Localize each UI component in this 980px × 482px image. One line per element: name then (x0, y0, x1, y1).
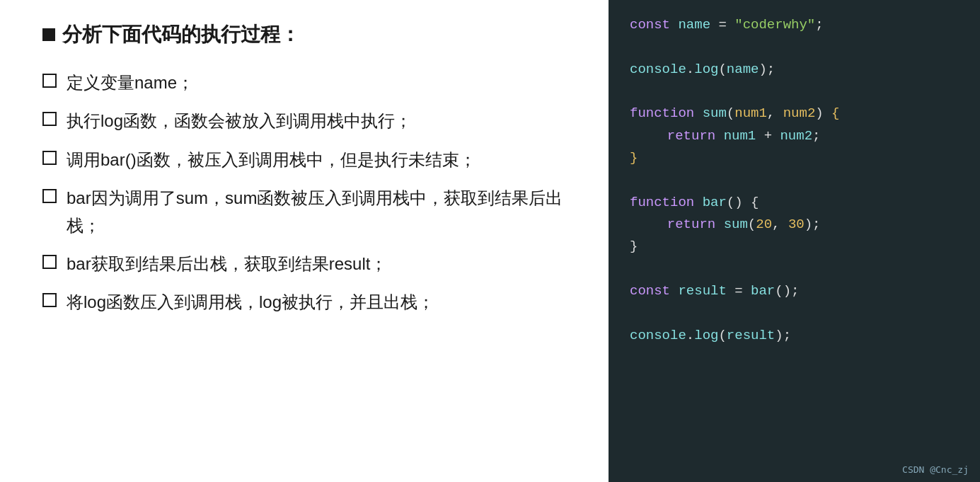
list-item: 定义变量name； (42, 69, 573, 96)
list-item: bar因为调用了sum，sum函数被压入到调用栈中，获取到结果后出栈； (42, 185, 573, 239)
checkbox-icon (42, 255, 57, 269)
code-line-blank1 (630, 36, 959, 58)
item-text: bar因为调用了sum，sum函数被压入到调用栈中，获取到结果后出栈； (67, 185, 573, 239)
checkbox-icon (42, 189, 57, 203)
code-line-3: function sum(num1, num2) { (630, 103, 959, 125)
code-line-blank5 (630, 302, 959, 324)
item-text: 将log函数压入到调用栈，log被执行，并且出栈； (67, 289, 573, 316)
code-line-1: const name = "coderwhy"; (630, 14, 959, 36)
code-line-blank4 (630, 258, 959, 280)
list-item: 将log函数压入到调用栈，log被执行，并且出栈； (42, 289, 573, 316)
watermark: CSDN @Cnc_zj (902, 464, 969, 475)
code-line-5: } (630, 147, 959, 169)
list-item: 调用bar()函数，被压入到调用栈中，但是执行未结束； (42, 147, 573, 173)
right-panel: const name = "coderwhy"; console.log(nam… (609, 0, 980, 482)
item-text: bar获取到结果后出栈，获取到结果result； (67, 251, 573, 277)
checkbox-icon (42, 112, 57, 126)
code-line-7: return sum(20, 30); (630, 214, 959, 236)
code-line-2: console.log(name); (630, 59, 959, 81)
item-text: 定义变量name； (67, 69, 573, 96)
code-line-blank3 (630, 169, 959, 191)
checkbox-icon (42, 74, 57, 88)
code-line-4: return num1 + num2; (630, 125, 959, 147)
item-text: 执行log函数，函数会被放入到调用栈中执行； (67, 108, 573, 134)
code-block: const name = "coderwhy"; console.log(nam… (630, 14, 959, 347)
list-item: bar获取到结果后出栈，获取到结果result； (42, 251, 573, 277)
item-text: 调用bar()函数，被压入到调用栈中，但是执行未结束； (67, 147, 573, 173)
code-line-8: } (630, 236, 959, 258)
title-bullet-icon (42, 28, 55, 41)
main-title: 分析下面代码的执行过程： (42, 21, 573, 48)
code-line-10: console.log(result); (630, 325, 959, 347)
checkbox-icon (42, 293, 57, 307)
title-text: 分析下面代码的执行过程： (62, 21, 300, 48)
checkbox-icon (42, 151, 57, 165)
code-line-9: const result = bar(); (630, 280, 959, 302)
code-line-blank2 (630, 81, 959, 103)
left-panel: 分析下面代码的执行过程： 定义变量name； 执行log函数，函数会被放入到调用… (0, 0, 609, 482)
code-line-6: function bar() { (630, 192, 959, 214)
bullet-list: 定义变量name； 执行log函数，函数会被放入到调用栈中执行； 调用bar()… (42, 69, 573, 328)
list-item: 执行log函数，函数会被放入到调用栈中执行； (42, 108, 573, 134)
